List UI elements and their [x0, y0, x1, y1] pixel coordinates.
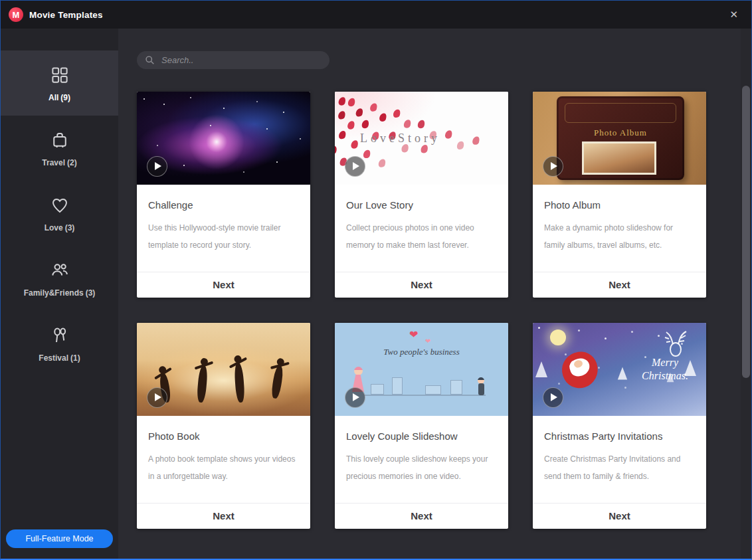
thumbnail-caption: Two people's business — [335, 347, 508, 357]
movie-templates-window: M Movie Templates ✕ All(9) — [0, 0, 752, 560]
window-title: Movie Templates — [29, 10, 103, 20]
sidebar-item-label: Travel(2) — [1, 158, 118, 167]
card-body: Our Love Story Collect precious photos i… — [335, 185, 508, 272]
beach-silhouette-art — [234, 363, 245, 403]
suitcase-icon — [1, 130, 118, 153]
template-title: Lovely Couple Slideshow — [346, 430, 497, 442]
close-button[interactable]: ✕ — [724, 6, 743, 23]
pine-tree-art — [535, 361, 547, 377]
full-feature-mode-button[interactable]: Full-Feature Mode — [6, 529, 113, 548]
sidebar-item-festival[interactable]: Festival(1) — [1, 311, 118, 376]
heart-icon — [1, 195, 118, 218]
play-button[interactable] — [345, 387, 365, 408]
cartoon-boy-art — [476, 377, 486, 396]
template-card-photo-album: Photo Album Photo Album Make a dynamic p… — [533, 92, 706, 298]
grid-icon — [1, 65, 118, 88]
template-title: Photo Album — [544, 199, 695, 211]
family-photo-art — [582, 141, 656, 175]
template-description: This lovely couple slideshow keeps your … — [346, 450, 497, 485]
search-box[interactable] — [137, 51, 329, 69]
sidebar-item-all[interactable]: All(9) — [1, 50, 118, 116]
template-description: Collect precious photos in one video mem… — [346, 219, 497, 254]
template-thumbnail[interactable]: LoveStory — [335, 92, 508, 185]
play-button[interactable] — [345, 156, 365, 177]
search-input[interactable] — [160, 54, 322, 66]
sidebar-item-family-friends[interactable]: Family&Friends(3) — [1, 246, 118, 311]
thumbnail-caption: LoveStory — [360, 132, 440, 145]
beach-silhouette-art — [197, 365, 209, 403]
scrollbar-track[interactable] — [741, 29, 751, 559]
snow-art — [538, 327, 540, 329]
next-button[interactable]: Next — [137, 272, 310, 298]
template-description: A photo book template shows your videos … — [148, 450, 299, 485]
album-cover-art: Photo Album — [557, 96, 684, 180]
template-title: Christmas Party Invitations — [544, 430, 695, 442]
template-description: Use this Hollywood-style movie trailer t… — [148, 219, 299, 254]
template-card-challenge: Challenge Use this Hollywood-style movie… — [137, 92, 310, 298]
sidebar-item-label: Family&Friends(3) — [1, 288, 118, 298]
template-card-christmas: Merry Christmas. Christmas Party Invitat… — [533, 323, 706, 529]
template-thumbnail[interactable] — [137, 323, 310, 416]
moon-art — [550, 329, 566, 345]
play-button[interactable] — [543, 387, 563, 408]
template-card-photo-book: Photo Book A photo book template shows y… — [137, 323, 310, 529]
thumbnail-caption: Photo Album — [557, 128, 684, 138]
reindeer-icon — [658, 324, 701, 360]
template-thumbnail[interactable] — [137, 92, 310, 185]
balloons-icon — [1, 326, 118, 348]
city-sketch-art — [364, 376, 486, 396]
play-button[interactable] — [147, 387, 167, 408]
template-card-lovely-couple: ❤ ❤ Two people's business — [335, 323, 508, 529]
card-body: Photo Book A photo book template shows y… — [137, 416, 310, 503]
people-icon — [1, 260, 118, 283]
play-button[interactable] — [147, 156, 167, 177]
search-icon — [145, 55, 155, 65]
template-card-our-love-story: LoveStory Our Love Story Collect preciou… — [335, 92, 508, 298]
template-thumbnail[interactable]: ❤ ❤ Two people's business — [335, 323, 508, 416]
card-body: Christmas Party Invitations Create Chris… — [533, 416, 706, 503]
thumbnail-caption: Merry Christmas. — [632, 356, 698, 383]
sidebar-item-label: Festival(1) — [1, 353, 118, 363]
pine-tree-art — [618, 367, 627, 379]
rose-petals-art — [337, 96, 347, 106]
stars-art — [143, 98, 145, 100]
template-description: Create Christmas Party Invitations and s… — [544, 450, 695, 485]
sidebar-item-travel[interactable]: Travel(2) — [1, 116, 118, 181]
play-button[interactable] — [543, 156, 563, 177]
app-logo-icon: M — [9, 7, 23, 22]
scrollbar-thumb[interactable] — [742, 86, 750, 378]
next-button[interactable]: Next — [137, 503, 310, 529]
heart-icon: ❤ — [409, 328, 418, 341]
card-body: Lovely Couple Slideshow This lovely coup… — [335, 416, 508, 503]
title-bar: M Movie Templates ✕ — [1, 1, 751, 29]
template-title: Photo Book — [148, 430, 299, 442]
template-grid: Challenge Use this Hollywood-style movie… — [137, 92, 751, 529]
sidebar-item-label: Love(3) — [1, 223, 118, 233]
app-body: All(9) Travel(2) Love( — [1, 29, 751, 559]
beach-silhouette-art — [270, 365, 284, 399]
heart-icon: ❤ — [425, 337, 430, 345]
template-thumbnail[interactable]: Merry Christmas. — [533, 323, 706, 416]
sidebar-item-label: All(9) — [1, 93, 118, 102]
card-body: Photo Album Make a dynamic photo slidesh… — [533, 185, 706, 272]
category-sidebar: All(9) Travel(2) Love( — [1, 29, 118, 559]
card-body: Challenge Use this Hollywood-style movie… — [137, 185, 310, 272]
templates-panel: Challenge Use this Hollywood-style movie… — [118, 29, 751, 559]
template-title: Our Love Story — [346, 199, 497, 211]
next-button[interactable]: Next — [335, 272, 508, 298]
next-button[interactable]: Next — [533, 272, 706, 298]
sidebar-item-love[interactable]: Love(3) — [1, 181, 118, 246]
template-description: Make a dynamic photo slideshow for famil… — [544, 219, 695, 254]
template-title: Challenge — [148, 199, 299, 211]
next-button[interactable]: Next — [335, 503, 508, 529]
template-thumbnail[interactable]: Photo Album — [533, 92, 706, 185]
next-button[interactable]: Next — [533, 503, 706, 529]
santa-art — [557, 347, 603, 393]
